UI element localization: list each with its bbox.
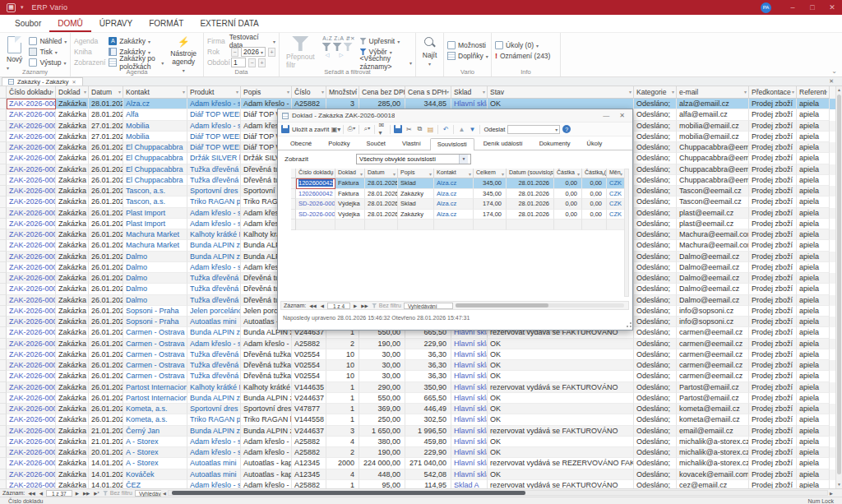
cell[interactable]: apiela: [797, 109, 830, 120]
cell[interactable]: 14.01.2026: [89, 469, 123, 480]
table-row[interactable]: SD-2026-00064Výdejka28.01.2026SkladAlza.…: [291, 199, 627, 210]
cell[interactable]: 174,00: [474, 210, 507, 220]
cell[interactable]: Odesláno;: [634, 132, 677, 142]
cell[interactable]: Mobilia: [123, 132, 187, 142]
cell[interactable]: apiela: [797, 317, 830, 327]
table-row[interactable]: ZAK-2026-00002Zakázka14.01.2026KováčekAu…: [0, 469, 835, 480]
table-row[interactable]: ZAK-2026-00007Zakázka26.01.2026Kometa, a…: [0, 414, 835, 425]
cell[interactable]: Dřevěná tužka s g: [241, 371, 292, 381]
cell[interactable]: Carmen - Ostrava: [123, 371, 187, 381]
ribbon-tab-soubor[interactable]: Soubor: [7, 16, 49, 32]
cell[interactable]: A25882: [292, 480, 326, 488]
cell[interactable]: Machura@eemail.com: [677, 240, 749, 251]
sort-up-icon[interactable]: ▲: [457, 125, 465, 133]
cell[interactable]: Hlavní sklad: [451, 437, 488, 447]
cell[interactable]: carmen@eemail.cz: [677, 371, 749, 381]
cell[interactable]: A25882: [292, 447, 326, 458]
cell[interactable]: Plast Import: [123, 208, 187, 219]
cell[interactable]: Adam křeslo - sklád: [187, 437, 241, 447]
cell[interactable]: El Chuppacabbra: [123, 153, 187, 164]
cell[interactable]: ZAK-2026-00011: [7, 252, 56, 262]
cell[interactable]: 1 650,00: [359, 426, 405, 437]
cell[interactable]: 10: [326, 349, 359, 360]
cell[interactable]: ZAK-2026-00013: [7, 219, 56, 229]
ribbon-tab-externí data[interactable]: EXTERNÍ DATA: [192, 16, 266, 32]
cell[interactable]: Adam křeslo - sklád: [187, 262, 241, 273]
cell[interactable]: [474, 220, 507, 230]
cell[interactable]: michalik@a-storex.cz: [677, 458, 749, 469]
cell[interactable]: Odesláno;: [634, 252, 677, 262]
column-header[interactable]: e-mail: [677, 86, 749, 99]
cell[interactable]: ZAK-2026-00011: [7, 295, 56, 306]
cell[interactable]: 459,80: [405, 437, 451, 447]
row-selector[interactable]: [0, 121, 7, 132]
cell[interactable]: kovacek@emaiil.com: [677, 469, 749, 480]
row-selector[interactable]: [0, 339, 7, 349]
row-selector[interactable]: [0, 371, 7, 381]
filter-clear-icon[interactable]: [344, 43, 353, 51]
cell[interactable]: Tascon@eemail.cz: [677, 197, 749, 207]
cell[interactable]: [296, 220, 335, 230]
cell[interactable]: apiela: [797, 426, 830, 437]
relations-filter-select[interactable]: Všechny obvyklé souvislosti ▼: [356, 154, 471, 164]
resize-grip[interactable]: [625, 322, 632, 329]
cell[interactable]: Machura@eemail.com: [677, 229, 749, 240]
cell[interactable]: ZAK-2026-00014: [7, 197, 56, 207]
cell[interactable]: El Chuppacabbra: [123, 175, 187, 186]
cell[interactable]: ZAK-2026-00008: [7, 393, 56, 404]
cell[interactable]: Prodej zboží: [749, 349, 797, 360]
row-selector[interactable]: [0, 382, 7, 393]
cell[interactable]: apiela: [797, 404, 830, 414]
row-selector[interactable]: [0, 142, 7, 153]
cell[interactable]: V144558: [292, 414, 326, 425]
cell[interactable]: Odesláno;: [634, 153, 677, 164]
new-record-button[interactable]: Nový ▾: [3, 35, 25, 72]
column-header[interactable]: Datum: [89, 86, 123, 99]
cell[interactable]: apiela: [797, 229, 830, 240]
cell[interactable]: Prodej zboží: [749, 240, 797, 251]
cell[interactable]: 30,00: [359, 349, 405, 360]
save-close-button[interactable]: Uložit a zavřít: [292, 126, 329, 133]
cell[interactable]: carmen@eemail.cz: [677, 327, 749, 338]
cell[interactable]: 21.01.2026: [89, 426, 123, 437]
cell[interactable]: Tascon, a.s.: [123, 197, 187, 207]
cell[interactable]: Prodej zboží: [749, 404, 797, 414]
cell[interactable]: Zakázka: [56, 186, 89, 197]
horizontal-scrollbar[interactable]: ◀ ▶: [161, 490, 835, 497]
table-row[interactable]: ZAK-2026-00009Zakázka26.01.2026Carmen - …: [0, 349, 835, 360]
cell[interactable]: Sopsoni - Praha: [123, 306, 187, 317]
minimize-button[interactable]: –: [783, 0, 803, 15]
cell[interactable]: Hlavní sklad: [451, 447, 488, 458]
notifications-button[interactable]: !Oznámení (243): [495, 51, 557, 61]
period-input[interactable]: 1: [231, 58, 246, 67]
cell[interactable]: 26.01.2026: [89, 186, 123, 197]
cell[interactable]: Dalmo@eemail.cz: [677, 295, 749, 306]
cell[interactable]: Sportovní dres ČR: [187, 404, 241, 414]
cell[interactable]: apiela: [797, 142, 830, 153]
column-header[interactable]: Popis: [398, 169, 434, 178]
row-selector[interactable]: [0, 197, 7, 207]
cell[interactable]: Odesláno;: [634, 197, 677, 207]
column-header[interactable]: Kontakt: [123, 86, 187, 99]
cell[interactable]: 26.01.2026: [89, 295, 123, 306]
cell[interactable]: Tužka dřevěná: [187, 273, 241, 284]
cell[interactable]: 3: [326, 426, 359, 437]
first-record-button[interactable]: ◀◀: [27, 491, 35, 496]
cell[interactable]: OK: [488, 437, 634, 447]
cell[interactable]: 36,30: [405, 371, 451, 381]
cell[interactable]: Zakázka: [56, 295, 89, 306]
cell[interactable]: Hlavní sklad: [451, 458, 488, 469]
cell[interactable]: plast@eemail.cz: [677, 219, 749, 229]
cell[interactable]: Odesláno;: [634, 317, 677, 327]
cell[interactable]: Prodej zboží: [749, 186, 797, 197]
cell[interactable]: Triko RAGAN pánsk: [187, 414, 241, 425]
cell[interactable]: Zakázka: [56, 349, 89, 360]
table-row[interactable]: ZAK-2026-00009Zakázka26.01.2026Carmen - …: [0, 371, 835, 381]
cell[interactable]: Zakázka: [56, 437, 89, 447]
cell[interactable]: Autoatlas - kapes: [241, 458, 292, 469]
cell[interactable]: 26.01.2026: [89, 197, 123, 207]
cell[interactable]: Odesláno;: [634, 219, 677, 229]
cell[interactable]: Zakázka: [56, 447, 89, 458]
cell[interactable]: Prodej zboží: [749, 273, 797, 284]
cell[interactable]: 250,00: [359, 414, 405, 425]
